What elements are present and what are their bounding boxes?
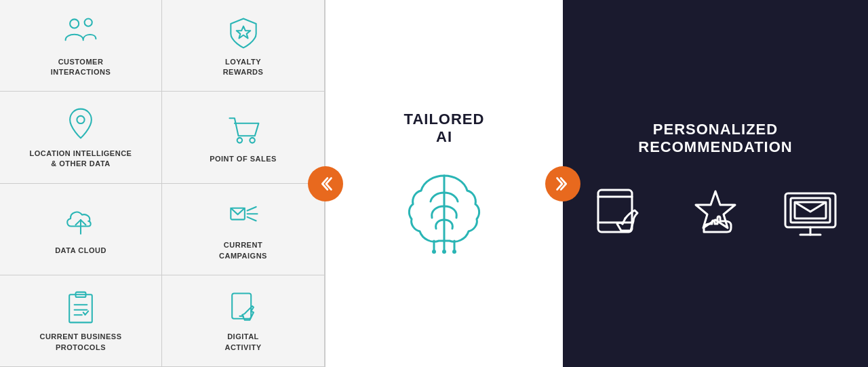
digital-activity-label: DIGITALACTIVITY (224, 332, 261, 353)
point-of-sales-icon (224, 111, 262, 149)
cell-digital-activity: DIGITALACTIVITY (162, 275, 324, 367)
svg-marker-2 (236, 26, 250, 38)
data-cloud-label: DATA CLOUD (55, 246, 106, 256)
svg-point-5 (250, 138, 254, 142)
middle-panel: TAILOREDAI (326, 0, 563, 367)
chevron-right-double-right-icon (553, 174, 572, 193)
cell-point-of-sales: POINT OF SALES (162, 92, 324, 183)
email-notification-icon-wrapper (780, 183, 841, 247)
svg-point-0 (70, 19, 79, 28)
right-panel: PERSONALIZEDRECOMMENDATION (563, 0, 868, 367)
right-arrow-button[interactable] (545, 166, 580, 201)
current-campaigns-icon (224, 197, 262, 235)
cell-customer-interactions: CUSTOMERINTERACTIONS (0, 0, 162, 92)
star-reward-icon-wrapper (685, 183, 746, 247)
left-panel: CUSTOMERINTERACTIONS LOYALTYREWARDS LOCA… (0, 0, 326, 367)
customer-interactions-icon (62, 14, 100, 52)
current-business-protocols-label: CURRENT BUSINESSPROTOCOLS (39, 332, 121, 353)
digital-activity-icon (224, 288, 262, 326)
engagement-icon-wrapper (590, 183, 651, 247)
location-intelligence-label: LOCATION INTELLIGENCE& OTHER DATA (30, 149, 132, 170)
svg-point-24 (452, 250, 456, 254)
svg-line-8 (247, 207, 256, 211)
right-panel-title: PERSONALIZEDRECOMMENDATION (638, 121, 792, 156)
left-arrow-button[interactable] (308, 166, 343, 201)
middle-title: TAILOREDAI (404, 111, 485, 146)
svg-line-9 (247, 217, 256, 221)
svg-point-22 (432, 250, 436, 254)
svg-point-4 (237, 138, 241, 142)
chevron-right-double-left-icon (316, 174, 335, 193)
svg-point-23 (442, 250, 446, 254)
customer-interactions-label: CUSTOMERINTERACTIONS (51, 57, 111, 78)
cell-data-cloud: DATA CLOUD (0, 184, 162, 275)
current-business-protocols-icon (62, 288, 100, 326)
cell-current-business-protocols: CURRENT BUSINESSPROTOCOLS (0, 275, 162, 367)
ai-brain-icon (397, 162, 492, 257)
cell-loyalty-rewards: LOYALTYREWARDS (162, 0, 324, 92)
svg-rect-11 (69, 295, 92, 323)
cell-current-campaigns: CURRENTCAMPAIGNS (162, 184, 324, 275)
email-notification-icon (780, 183, 841, 244)
right-icons-group (590, 183, 841, 247)
touch-engagement-icon (590, 183, 651, 244)
data-cloud-icon (62, 202, 100, 240)
svg-point-1 (85, 18, 92, 26)
cell-location-intelligence: LOCATION INTELLIGENCE& OTHER DATA (0, 92, 162, 183)
svg-point-3 (77, 116, 84, 123)
star-reward-icon (685, 183, 746, 244)
loyalty-rewards-icon (224, 14, 262, 52)
point-of-sales-label: POINT OF SALES (210, 154, 277, 164)
location-intelligence-icon (62, 105, 100, 143)
loyalty-rewards-label: LOYALTYREWARDS (223, 57, 264, 78)
current-campaigns-label: CURRENTCAMPAIGNS (219, 240, 267, 261)
